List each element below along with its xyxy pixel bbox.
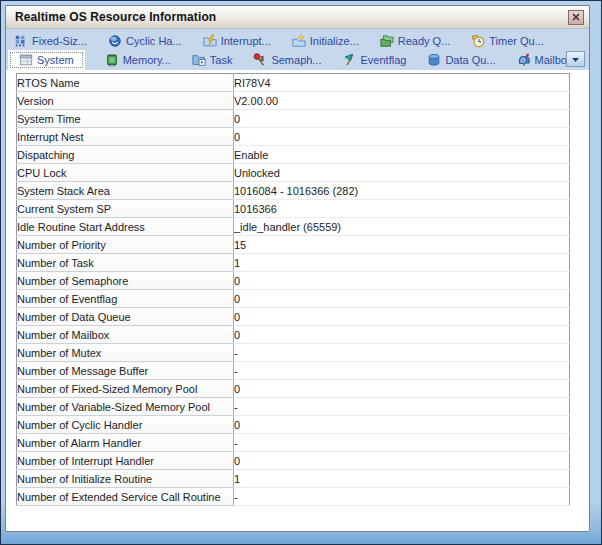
table-row[interactable]: Number of Mutex-: [17, 344, 570, 362]
semaphore-icon: 8: [253, 53, 267, 67]
property-cell: Number of Eventflag: [17, 290, 234, 308]
tab-label: Fixed-Siz...: [32, 35, 87, 47]
tab-memory[interactable]: Memory...: [99, 50, 177, 70]
table-row[interactable]: Current System SP1016366: [17, 200, 570, 218]
system-tab-panel: RTOS NameRI78V4 VersionV2.00.00 System T…: [6, 70, 589, 531]
property-cell: Number of Mutex: [17, 344, 234, 362]
tab-interrupt[interactable]: Interrupt...: [197, 31, 277, 50]
property-cell: Interrupt Nest: [17, 128, 234, 146]
tab-ready-queue[interactable]: Ready Q...: [374, 31, 457, 50]
tab-overflow-button[interactable]: [566, 51, 585, 67]
property-cell: Number of Cyclic Handler: [17, 416, 234, 434]
tab-data-queue[interactable]: Data Qu...: [421, 50, 501, 70]
property-cell: Number of Task: [17, 254, 234, 272]
table-row[interactable]: System Stack Area1016084 - 1016366 (282): [17, 182, 570, 200]
window-inner: Realtime OS Resource Information: [5, 5, 590, 532]
table-row[interactable]: DispatchingEnable: [17, 146, 570, 164]
tab-label: Initialize...: [310, 35, 359, 47]
tab-label: Interrupt...: [221, 35, 271, 47]
property-cell: Dispatching: [17, 146, 234, 164]
data-queue-icon: [427, 53, 441, 67]
tab-label: Ready Q...: [398, 35, 451, 47]
table-row[interactable]: Number of Data Queue0: [17, 308, 570, 326]
table-row[interactable]: Interrupt Nest0: [17, 128, 570, 146]
chevron-down-icon: [571, 56, 580, 63]
table-row[interactable]: Number of Mailbox0: [17, 326, 570, 344]
table-row[interactable]: System Time0: [17, 110, 570, 128]
fixed-size-memory-pool-icon: [14, 34, 28, 48]
value-cell: 1016366: [234, 200, 570, 218]
value-cell: 0: [234, 272, 570, 290]
ready-queue-icon: [380, 34, 394, 48]
value-cell: Enable: [234, 146, 570, 164]
mailbox-icon: [517, 53, 531, 67]
table-row[interactable]: Number of Extended Service Call Routine-: [17, 488, 570, 506]
property-cell: Number of Initialize Routine: [17, 470, 234, 488]
table-row[interactable]: VersionV2.00.00: [17, 92, 570, 110]
value-cell: Unlocked: [234, 164, 570, 182]
value-cell: -: [234, 398, 570, 416]
table-row[interactable]: Number of Interrupt Handler0: [17, 452, 570, 470]
table-row[interactable]: CPU LockUnlocked: [17, 164, 570, 182]
value-cell: RI78V4: [234, 74, 570, 92]
tab-label: Task: [210, 54, 233, 66]
tab-cyclic-handler[interactable]: Cyclic Ha...: [102, 31, 188, 50]
table-row[interactable]: Number of Eventflag0: [17, 290, 570, 308]
property-cell: Number of Data Queue: [17, 308, 234, 326]
table-row[interactable]: Number of Cyclic Handler0: [17, 416, 570, 434]
close-icon: [572, 13, 580, 21]
table-row[interactable]: Number of Semaphore0: [17, 272, 570, 290]
tab-label: Data Qu...: [445, 54, 495, 66]
tab-fixed-size-memory[interactable]: Fixed-Siz...: [8, 31, 93, 50]
value-cell: _idle_handler (65559): [234, 218, 570, 236]
table-row[interactable]: RTOS NameRI78V4: [17, 74, 570, 92]
tab-label: Memory...: [123, 54, 171, 66]
tab-timer-queue[interactable]: Timer Qu...: [465, 31, 550, 50]
tab-label: Eventflag: [361, 54, 407, 66]
property-cell: Number of Fixed-Sized Memory Pool: [17, 380, 234, 398]
table-row[interactable]: Number of Task1: [17, 254, 570, 272]
value-cell: 1016084 - 1016366 (282): [234, 182, 570, 200]
property-cell: CPU Lock: [17, 164, 234, 182]
tab-task[interactable]: Task: [186, 50, 239, 70]
value-cell: 0: [234, 380, 570, 398]
property-cell: Number of Variable-Sized Memory Pool: [17, 398, 234, 416]
tab-strip: Fixed-Siz... Cyclic Ha...: [6, 29, 589, 70]
tab-row-1: Fixed-Siz... Cyclic Ha...: [8, 31, 587, 50]
tab-label: System: [37, 54, 74, 66]
property-cell: RTOS Name: [17, 74, 234, 92]
property-cell: Idle Routine Start Address: [17, 218, 234, 236]
value-cell: V2.00.00: [234, 92, 570, 110]
table-row[interactable]: Number of Priority15: [17, 236, 570, 254]
value-cell: -: [234, 362, 570, 380]
value-cell: -: [234, 488, 570, 506]
value-cell: -: [234, 434, 570, 452]
tab-label: Semaph...: [271, 54, 321, 66]
tab-label: Timer Qu...: [489, 35, 544, 47]
tab-semaphore[interactable]: 8 Semaph...: [247, 50, 327, 70]
property-cell: Number of Extended Service Call Routine: [17, 488, 234, 506]
initialize-icon: [292, 34, 306, 48]
property-cell: Number of Semaphore: [17, 272, 234, 290]
table-row[interactable]: Number of Initialize Routine1: [17, 470, 570, 488]
close-button[interactable]: [568, 10, 584, 25]
task-icon: [192, 53, 206, 67]
property-cell: Number of Alarm Handler: [17, 434, 234, 452]
table-row[interactable]: Number of Fixed-Sized Memory Pool0: [17, 380, 570, 398]
property-cell: Number of Mailbox: [17, 326, 234, 344]
value-cell: 0: [234, 416, 570, 434]
rtos-resource-window: Realtime OS Resource Information: [0, 0, 602, 545]
tab-system[interactable]: System: [8, 50, 85, 70]
value-cell: 0: [234, 308, 570, 326]
interrupt-icon: [203, 34, 217, 48]
property-cell: Version: [17, 92, 234, 110]
timer-queue-icon: [471, 34, 485, 48]
tab-eventflag[interactable]: Eventflag: [337, 50, 413, 70]
table-row[interactable]: Idle Routine Start Address_idle_handler …: [17, 218, 570, 236]
table-row[interactable]: Number of Alarm Handler-: [17, 434, 570, 452]
value-cell: 0: [234, 452, 570, 470]
table-row[interactable]: Number of Message Buffer-: [17, 362, 570, 380]
table-row[interactable]: Number of Variable-Sized Memory Pool-: [17, 398, 570, 416]
tab-initialize[interactable]: Initialize...: [286, 31, 365, 50]
title-bar[interactable]: Realtime OS Resource Information: [6, 6, 589, 29]
